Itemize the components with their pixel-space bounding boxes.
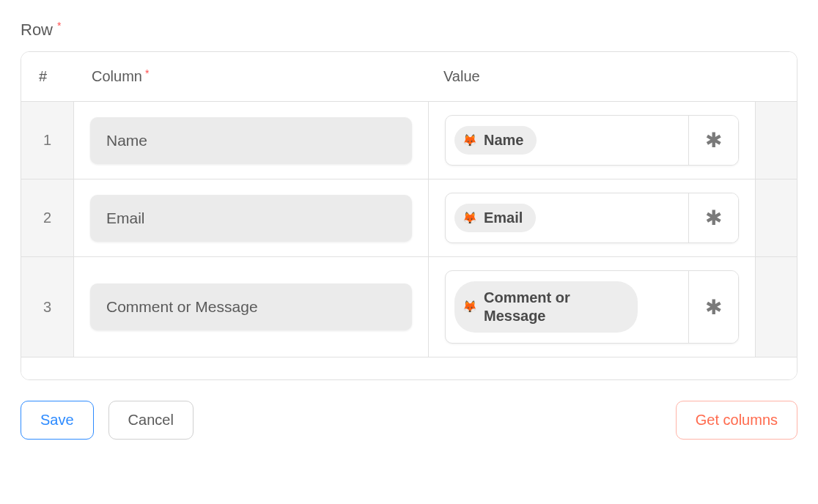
header-spacer [756,52,797,101]
section-label: Row * [21,21,797,40]
column-cell [74,179,429,256]
header-value: Value [426,52,756,101]
header-column-text: Column [92,68,142,85]
row-index: 2 [21,179,74,256]
value-tag-area[interactable]: 🦊 Comment or Message [446,271,688,343]
tag-picker-button[interactable]: ✱ [688,193,738,242]
get-columns-button[interactable]: Get columns [676,401,797,440]
row-trailing-spacer [756,257,797,357]
value-cell: 🦊 Email ✱ [429,179,756,256]
value-tag-label: Email [484,210,523,226]
table-header-row: # Column * Value [21,52,797,102]
value-cell: 🦊 Comment or Message ✱ [429,257,756,357]
table-row: 3 🦊 Comment or Message ✱ [21,257,797,357]
value-input[interactable]: 🦊 Name ✱ [445,115,739,166]
value-tag-label: Comment or Message [484,289,594,325]
value-tag[interactable]: 🦊 Name [454,126,537,155]
required-asterisk-icon: * [145,68,149,78]
row-mapping-table: # Column * Value 1 🦊 Name ✱ [21,51,797,380]
save-button[interactable]: Save [21,401,94,440]
tag-source-icon: 🦊 [462,299,478,315]
row-trailing-spacer [756,179,797,256]
column-name-input[interactable] [90,284,412,330]
required-asterisk-icon: * [57,21,61,31]
value-tag[interactable]: 🦊 Comment or Message [454,281,638,333]
actions-left: Save Cancel [21,401,194,440]
table-row: 2 🦊 Email ✱ [21,179,797,257]
actions-row: Save Cancel Get columns [21,401,797,440]
row-index: 1 [21,102,74,179]
header-column: Column * [74,52,426,101]
row-index: 3 [21,257,74,357]
tag-picker-button[interactable]: ✱ [688,116,738,165]
value-tag-label: Name [484,132,523,149]
section-label-text: Row [21,21,53,40]
column-name-input[interactable] [90,117,412,164]
column-cell [74,257,429,357]
value-tag-area[interactable]: 🦊 Email [446,193,688,242]
value-input[interactable]: 🦊 Comment or Message ✱ [445,270,739,344]
column-name-input[interactable] [90,195,412,242]
tag-source-icon: 🦊 [462,210,478,226]
column-cell [74,102,429,179]
tag-picker-button[interactable]: ✱ [688,271,738,343]
header-index: # [21,52,74,101]
value-cell: 🦊 Name ✱ [429,102,756,179]
value-input[interactable]: 🦊 Email ✱ [445,193,739,243]
value-tag[interactable]: 🦊 Email [454,204,536,232]
row-trailing-spacer [756,102,797,179]
cancel-button[interactable]: Cancel [108,401,194,440]
tag-source-icon: 🦊 [462,133,478,149]
value-tag-area[interactable]: 🦊 Name [446,116,688,165]
table-row: 1 🦊 Name ✱ [21,102,797,179]
table-footer-spacer [21,357,797,379]
